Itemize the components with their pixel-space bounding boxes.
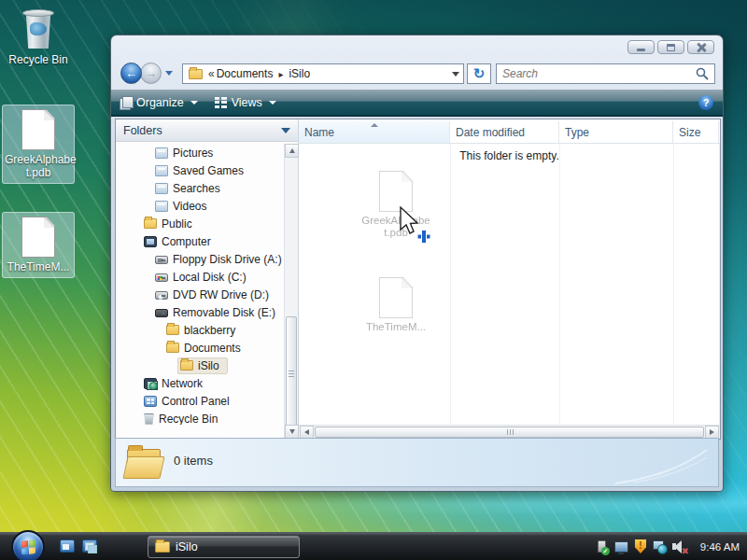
tree-item-public[interactable]: Public	[116, 215, 284, 232]
tree-item-content: Computer	[144, 234, 215, 249]
title-bar[interactable]	[111, 35, 723, 58]
security-shield-icon[interactable]	[633, 539, 648, 554]
scroll-right-button[interactable]	[705, 426, 719, 439]
tree-item-label: Network	[162, 376, 206, 391]
recent-pages-dropdown[interactable]	[165, 71, 173, 76]
file-list-pane: NameDate modifiedTypeSize This folder is…	[299, 119, 720, 439]
videos-icon	[155, 201, 168, 212]
tree-item-searches[interactable]: Searches	[116, 179, 284, 197]
taskbar-clock[interactable]: 9:46 AM	[700, 533, 740, 560]
tree-vertical-scrollbar[interactable]	[284, 144, 298, 439]
breadcrumb[interactable]: « Documents ▸ iSilo	[182, 63, 464, 84]
bin-rim	[22, 9, 54, 17]
desktop-icon-greekalphabet[interactable]: GreekAlphabet.pdb	[2, 105, 75, 184]
safely-remove-hardware-icon[interactable]	[594, 539, 609, 554]
removable-drive-icon	[155, 309, 168, 317]
display-tray-icon[interactable]	[613, 539, 628, 554]
desktop-icon-label: GreekAlphabet.pdb	[5, 153, 72, 179]
triangle-left-icon	[304, 429, 309, 435]
tree-item-floppy-disk-drive-a-[interactable]: Floppy Disk Drive (A:)	[116, 250, 284, 268]
tree-item-content: iSilo	[177, 357, 228, 374]
tree-item-label: Documents	[184, 341, 245, 356]
scroll-up-button[interactable]	[285, 144, 299, 158]
organize-button[interactable]: Organize	[111, 90, 206, 115]
close-button[interactable]	[687, 40, 714, 54]
tree-item-content: Network	[144, 376, 206, 391]
tree-item-label: Saved Games	[173, 163, 247, 178]
breadcrumb-dropdown-icon[interactable]	[452, 72, 459, 77]
tree-item-label: blackberry	[184, 323, 239, 338]
system-tray: ×	[594, 539, 687, 554]
scrollbar-thumb[interactable]	[286, 316, 297, 430]
bin-splash	[30, 22, 47, 35]
column-header-size[interactable]: Size	[673, 121, 719, 143]
tree-item-label: Removable Disk (E:)	[173, 305, 279, 320]
tree-item-content: Documents	[166, 341, 245, 356]
tree-item-isilo[interactable]: iSilo	[116, 357, 284, 374]
desktop-icon-thetimem[interactable]: TheTimeM...	[2, 212, 75, 278]
tree-item-saved-games[interactable]: Saved Games	[116, 161, 284, 179]
maximize-button[interactable]	[657, 40, 684, 54]
back-button[interactable]: ←	[120, 63, 142, 84]
tree-item-label: Videos	[173, 199, 210, 214]
tree-item-label: Searches	[173, 181, 224, 196]
refresh-button[interactable]: ↻	[467, 63, 491, 84]
help-button[interactable]: ?	[698, 95, 713, 110]
tree-item-documents[interactable]: Documents	[116, 339, 284, 357]
tree-item-blackberry[interactable]: blackberry	[116, 321, 284, 339]
tree-item-removable-disk-e-[interactable]: Removable Disk (E:)	[116, 303, 284, 321]
folders-header[interactable]: Folders	[116, 119, 298, 142]
tree-item-videos[interactable]: Videos	[116, 197, 284, 215]
views-label: Views	[232, 96, 262, 109]
tree-item-recycle-bin[interactable]: Recycle Bin	[116, 410, 284, 425]
horizontal-scrollbar[interactable]	[299, 425, 720, 439]
breadcrumb-item-documents[interactable]: Documents	[217, 67, 274, 80]
tree-item-content: Control Panel	[144, 394, 233, 409]
chevron-down-icon	[269, 101, 276, 105]
tree-item-label: Pictures	[173, 146, 217, 161]
column-header-name[interactable]: Name	[299, 121, 450, 143]
search-icon	[696, 67, 709, 80]
column-separator	[559, 144, 560, 424]
scrollbar-thumb[interactable]	[315, 427, 704, 438]
forward-button[interactable]: →	[140, 63, 162, 84]
tree-item-network[interactable]: Network	[116, 374, 284, 392]
tree-item-content: DVD RW Drive (D:)	[155, 287, 273, 302]
volume-muted-icon[interactable]: ×	[672, 539, 687, 554]
switch-windows-icon[interactable]	[82, 539, 97, 553]
tree-item-local-disk-c-[interactable]: Local Disk (C:)	[116, 268, 284, 286]
floppy-drive-icon	[155, 256, 168, 264]
tree-item-label: Recycle Bin	[159, 412, 221, 426]
minimize-button[interactable]	[627, 40, 655, 54]
breadcrumb-overflow-chevron[interactable]: «	[208, 67, 215, 80]
folder-front	[122, 456, 164, 479]
taskbar-button-isilo[interactable]: iSilo	[148, 536, 300, 558]
chevron-down-icon	[281, 128, 290, 133]
searches-icon	[155, 183, 168, 194]
column-header-date-modified[interactable]: Date modified	[450, 121, 559, 143]
caption-buttons	[627, 40, 714, 54]
tree-item-dvd-rw-drive-d-[interactable]: DVD RW Drive (D:)	[116, 286, 284, 303]
views-button[interactable]: Views	[206, 90, 285, 115]
show-desktop-icon[interactable]	[60, 539, 75, 553]
document-icon	[21, 217, 55, 258]
forward-arrow-icon: →	[145, 66, 157, 80]
desktop-icon-recycle-bin[interactable]: Recycle Bin	[2, 4, 75, 70]
start-button[interactable]	[11, 530, 45, 560]
breadcrumb-item-isilo[interactable]: iSilo	[289, 67, 310, 80]
pictures-icon	[155, 147, 168, 159]
scroll-left-button[interactable]	[300, 426, 314, 439]
recycle-bin-icon	[17, 7, 60, 50]
column-header-type[interactable]: Type	[559, 121, 673, 143]
refresh-icon: ↻	[473, 65, 486, 82]
network-tray-icon[interactable]	[653, 539, 668, 554]
tree-item-content: Videos	[155, 199, 210, 214]
search-input[interactable]	[497, 67, 696, 80]
tree-item-computer[interactable]: Computer	[116, 232, 284, 250]
scroll-down-button[interactable]	[285, 425, 299, 439]
views-icon	[215, 97, 227, 108]
tree-item-pictures[interactable]: Pictures	[116, 144, 284, 161]
close-icon	[697, 43, 706, 52]
tree-item-content: Public	[144, 217, 196, 231]
tree-item-control-panel[interactable]: Control Panel	[116, 392, 284, 410]
